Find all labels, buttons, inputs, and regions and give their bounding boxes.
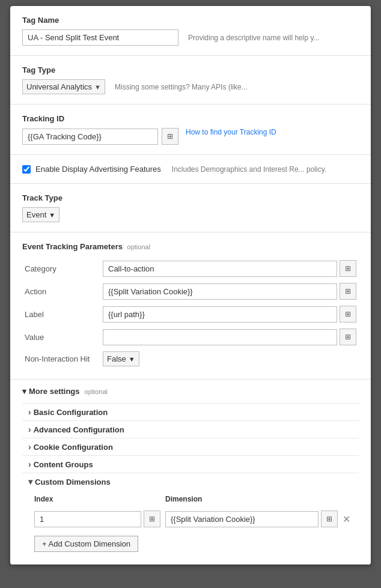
- content-groups-label: Content Groups: [34, 460, 93, 469]
- tag-type-section: Tag Type Universal Analytics ▼ Missing s…: [10, 56, 371, 105]
- brick-icon: ⊞: [167, 132, 173, 141]
- track-type-value: Event: [26, 210, 46, 219]
- brick-icon: ⊞: [326, 515, 332, 523]
- dimension-column-header: Dimension: [165, 495, 353, 503]
- custom-dim-index-input[interactable]: [34, 511, 141, 527]
- category-input[interactable]: [103, 261, 337, 277]
- label-brick-btn[interactable]: ⊞: [340, 306, 356, 323]
- content-groups-chevron-icon: ›: [28, 459, 31, 469]
- track-type-select-wrap[interactable]: Event ▼: [22, 207, 59, 222]
- tag-name-helper: Providing a descriptive name will help y…: [188, 34, 320, 42]
- main-panel: Tag Name Providing a descriptive name wi…: [10, 6, 371, 565]
- non-interaction-value: False: [107, 354, 126, 363]
- custom-dim-value-cell: ⊞ ✕: [165, 511, 353, 527]
- tracking-id-input[interactable]: [22, 129, 158, 145]
- track-type-label: Track Type: [22, 193, 359, 202]
- brick-icon: ⊞: [345, 264, 351, 273]
- display-advertising-checkbox[interactable]: [22, 165, 31, 174]
- advanced-config-chevron-icon: ›: [28, 425, 31, 434]
- custom-dim-header: Index Dimension: [34, 495, 353, 506]
- table-row: Label ⊞: [22, 303, 359, 326]
- category-label: Category: [22, 257, 100, 280]
- more-settings-section: ▾ More settings optional › Basic Configu…: [10, 380, 371, 565]
- tag-name-section: Tag Name Providing a descriptive name wi…: [10, 6, 371, 56]
- cookie-config-chevron-icon: ›: [28, 442, 31, 452]
- non-interaction-chevron-icon: ▼: [129, 356, 135, 363]
- tracking-id-label: Tracking ID: [22, 114, 359, 123]
- tracking-id-help-link[interactable]: How to find your Tracking ID: [186, 128, 276, 136]
- category-brick-btn[interactable]: ⊞: [340, 260, 356, 277]
- event-tracking-section: Event Tracking Parameters optional Categ…: [10, 232, 371, 380]
- tag-type-select-wrap[interactable]: Universal Analytics ▼: [22, 79, 105, 94]
- custom-dim-index-cell: ⊞: [34, 511, 160, 527]
- table-row: Category ⊞: [22, 257, 359, 280]
- content-groups-item[interactable]: › Content Groups: [22, 455, 359, 473]
- basic-config-item[interactable]: › Basic Configuration: [22, 403, 359, 420]
- custom-dimensions-chevron-icon: ▾: [28, 477, 32, 486]
- advanced-config-item[interactable]: › Advanced Configuration: [22, 420, 359, 438]
- non-interaction-select-wrap[interactable]: False ▼: [103, 351, 139, 366]
- display-advertising-helper: Includes Demographics and Interest Re...…: [172, 165, 326, 174]
- event-tracking-label: Event Tracking Parameters: [22, 242, 123, 251]
- value-label: Value: [22, 326, 100, 348]
- cookie-config-item[interactable]: › Cookie Configuration: [22, 438, 359, 455]
- index-column-header: Index: [34, 495, 160, 503]
- tracking-id-section: Tracking ID ⊞ How to find your Tracking …: [10, 105, 371, 155]
- brick-icon: ⊞: [345, 287, 351, 296]
- tag-type-value: Universal Analytics: [26, 82, 92, 91]
- brick-icon: ⊞: [345, 333, 351, 341]
- value-input[interactable]: [103, 329, 337, 345]
- non-interaction-label: Non-Interaction Hit: [22, 348, 100, 369]
- more-settings-label: More settings: [29, 387, 80, 396]
- chevron-down-icon: ▼: [94, 83, 101, 91]
- custom-dim-value-brick-btn[interactable]: ⊞: [321, 511, 338, 527]
- custom-dimensions-item[interactable]: ▾ Custom Dimensions: [22, 473, 359, 490]
- basic-config-label: Basic Configuration: [34, 408, 108, 417]
- custom-dim-index-brick-btn[interactable]: ⊞: [144, 511, 160, 527]
- track-type-chevron-icon: ▼: [49, 211, 55, 219]
- action-input[interactable]: [103, 283, 337, 300]
- tag-name-label: Tag Name: [22, 16, 359, 25]
- display-advertising-section: Enable Display Advertising Features Incl…: [10, 155, 371, 184]
- tracking-id-brick-btn[interactable]: ⊞: [162, 128, 178, 145]
- custom-dim-row: ⊞ ⊞ ✕: [34, 511, 353, 527]
- custom-dimensions-content: Index Dimension ⊞ ⊞ ✕ + Add Custom Dimen…: [22, 490, 359, 557]
- event-tracking-optional: optional: [127, 243, 151, 250]
- advanced-config-label: Advanced Configuration: [34, 425, 124, 434]
- action-label: Action: [22, 280, 100, 303]
- label-input[interactable]: [103, 306, 337, 323]
- action-brick-btn[interactable]: ⊞: [340, 283, 356, 300]
- custom-dim-value-input[interactable]: [165, 511, 319, 527]
- more-settings-header[interactable]: ▾ More settings optional: [22, 387, 359, 396]
- display-advertising-label: Enable Display Advertising Features: [35, 165, 161, 174]
- more-settings-chevron-icon: ▾: [22, 387, 26, 396]
- value-brick-btn[interactable]: ⊞: [340, 329, 356, 345]
- more-settings-optional: optional: [85, 388, 108, 395]
- custom-dim-delete-btn[interactable]: ✕: [340, 512, 353, 526]
- tag-name-input[interactable]: [22, 29, 178, 46]
- add-custom-dimension-button[interactable]: + Add Custom Dimension: [34, 536, 138, 552]
- table-row: Action ⊞: [22, 280, 359, 303]
- basic-config-chevron-icon: ›: [28, 407, 31, 417]
- custom-dimensions-label: Custom Dimensions: [35, 477, 111, 486]
- tag-type-helper: Missing some settings? Many APIs (like..…: [115, 83, 248, 91]
- label-label: Label: [22, 303, 100, 326]
- table-row: Non-Interaction Hit False ▼: [22, 348, 359, 369]
- event-params-table: Category ⊞ Action ⊞: [22, 257, 359, 369]
- brick-icon: ⊞: [345, 310, 351, 318]
- brick-icon: ⊞: [149, 515, 155, 523]
- cookie-config-label: Cookie Configuration: [34, 443, 113, 452]
- track-type-section: Track Type Event ▼: [10, 184, 371, 232]
- table-row: Value ⊞: [22, 326, 359, 348]
- tag-type-label: Tag Type: [22, 65, 359, 74]
